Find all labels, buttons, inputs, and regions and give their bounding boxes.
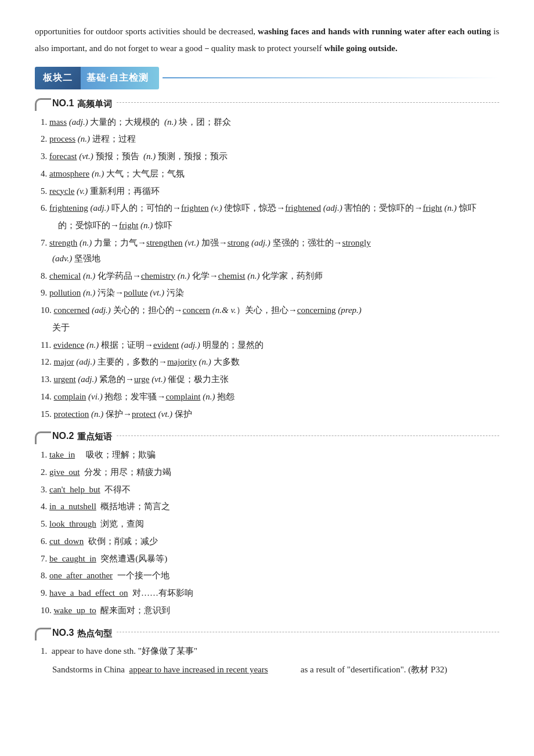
word-forecast: forecast <box>49 152 77 161</box>
word-majority: majority <box>167 357 197 366</box>
list-item: 4. in_a_nutshell 概括地讲；简言之 <box>41 499 499 515</box>
phrase-look-through: look_through <box>49 519 96 528</box>
list-item: 2. give_out 分发；用尽；精疲力竭 <box>41 465 499 481</box>
word-complain: complain <box>54 392 86 401</box>
word-strength: strength <box>49 238 77 247</box>
word-concerning: concerning <box>297 305 336 315</box>
no2-dots <box>117 435 499 436</box>
list-item: 13. urgent (adj.) 紧急的→urge (vt.) 催促；极力主张 <box>41 372 499 388</box>
word-strengthen: strengthen <box>146 238 182 247</box>
word-frighten: frighten <box>181 203 208 213</box>
word-chemistry: chemistry <box>141 271 175 280</box>
list-item: 10. concerned (adj.) 关心的；担心的→concern (n.… <box>41 303 499 319</box>
vocab-list-3: 11. evidence (n.) 根据；证明→evident (adj.) 明… <box>41 337 499 423</box>
word-protection: protection <box>54 409 89 419</box>
list-item: 2. process (n.) 进程；过程 <box>41 131 499 147</box>
list-item: 8. one_after_another 一个接一个地 <box>41 568 499 584</box>
no1-heading: NO.1 高频单词 <box>35 95 499 112</box>
list-item: 6. cut_down 砍倒；削减；减少 <box>41 534 499 550</box>
vocab-indent-adv: (adv.) 坚强地 <box>52 251 499 267</box>
word-frightening: frightening <box>49 203 88 213</box>
word-major: major <box>54 357 74 366</box>
no1-dots <box>117 102 499 103</box>
phrase-cut-down: cut_down <box>49 537 84 546</box>
list-item: 7. be_caught_in 突然遭遇(风暴等) <box>41 551 499 567</box>
no3-curve-icon <box>35 628 51 640</box>
vocab-list: 1. mass (adj.) 大量的；大规模的 (n.) 块，团；群众 2. p… <box>41 114 499 234</box>
sentence-example: Sandstorms in China appear to have incre… <box>52 662 499 678</box>
word-fright2: fright <box>119 221 138 230</box>
no1-label: NO.1 <box>52 95 74 112</box>
word-process: process <box>49 134 75 143</box>
list-item: 3. can't_help_but 不得不 <box>41 482 499 498</box>
list-item: 9. have_a_bad_effect_on 对……有坏影响 <box>41 585 499 602</box>
list-item: 7. strength (n.) 力量；力气→strengthen (vt.) … <box>41 235 499 251</box>
section-divider <box>163 77 499 78</box>
word-urgent: urgent <box>54 375 76 384</box>
word-concern: concern <box>183 305 210 315</box>
word-chemist: chemist <box>218 271 246 280</box>
no3-label: NO.3 <box>52 625 74 642</box>
no1-title: 高频单词 <box>77 96 112 111</box>
section-box2: 基础·自主检测 <box>81 67 159 89</box>
word-pollute: pollute <box>124 288 148 297</box>
sentence-underline: appear to have increased in recent years <box>129 665 268 674</box>
list-item: 6. frightening (adj.) 吓人的；可怕的→frighten (… <box>41 200 499 217</box>
vocab-indent-guanyu: 关于 <box>52 320 499 336</box>
list-item: 14. complain (vi.) 抱怨；发牢骚→complaint (n.)… <box>41 389 499 405</box>
word-mass: mass <box>49 117 67 127</box>
word-atmosphere: atmosphere <box>49 169 89 178</box>
list-item: 12. major (adj.) 主要的，多数的→majority (n.) 大… <box>41 354 499 370</box>
word-recycle: recycle <box>49 186 74 196</box>
no3-heading: NO.3 热点句型 <box>35 625 499 642</box>
intro-bold-phrase: washing faces and hands with running wat… <box>255 27 491 36</box>
list-item: 11. evidence (n.) 根据；证明→evident (adj.) 明… <box>41 337 499 354</box>
list-item: 5. recycle (v.) 重新利用；再循环 <box>41 183 499 200</box>
word-protect: protect <box>132 409 156 419</box>
no2-label: NO.2 <box>52 428 74 445</box>
vocab-indent: 的；受惊吓的→fright (n.) 惊吓 <box>58 218 499 234</box>
no2-title: 重点短语 <box>77 429 112 444</box>
intro-paragraph: opportunities for outdoor sports activit… <box>35 23 499 56</box>
no3-dots <box>117 632 499 632</box>
phrase-one-after-another: one_after_another <box>49 571 113 580</box>
no3-title: 热点句型 <box>77 625 112 641</box>
word-evident: evident <box>153 340 179 350</box>
word-complaint: complaint <box>165 392 200 401</box>
list-item: 8. chemical (n.) 化学药品→chemistry (n.) 化学→… <box>41 268 499 285</box>
list-item: 1. mass (adj.) 大量的；大规模的 (n.) 块，团；群众 <box>41 114 499 131</box>
word-evidence: evidence <box>53 340 84 350</box>
word-strong: strong <box>228 238 250 247</box>
word-frightened: frightened <box>285 203 321 213</box>
no2-heading: NO.2 重点短语 <box>35 428 499 445</box>
phrase-have-bad-effect: have_a_bad_effect_on <box>49 588 128 597</box>
word-urge: urge <box>134 375 149 384</box>
phrase-take-in: take_in <box>49 450 75 459</box>
list-item: 3. forecast (vt.) 预报；预告 (n.) 预测，预报；预示 <box>41 149 499 165</box>
no2-curve-icon <box>35 431 51 444</box>
phrase-in-a-nutshell: in_a_nutshell <box>49 502 96 511</box>
word-chemical: chemical <box>49 271 81 280</box>
section-header: 板块二 基础·自主检测 <box>35 67 499 89</box>
sentence-list: 1. appear to have done sth. "好像做了某事" <box>41 643 499 660</box>
no1-curve-icon <box>35 98 51 111</box>
intro-text-before-bold: opportunities for outdoor sports activit… <box>35 27 255 36</box>
word-pollution: pollution <box>49 288 81 297</box>
section-box1: 板块二 <box>35 67 81 89</box>
phrase-give-out: give_out <box>49 467 80 477</box>
list-item: 15. protection (n.) 保护→protect (vt.) 保护 <box>41 406 499 423</box>
list-item: 10. wake_up_to 醒来面对；意识到 <box>41 603 499 619</box>
phrase-be-caught-in: be_caught_in <box>49 554 96 563</box>
list-item: 9. pollution (n.) 污染→pollute (vt.) 污染 <box>41 285 499 301</box>
intro-bold-end: while going outside. <box>322 44 398 53</box>
phrase-cant-help-but: can't_help_but <box>49 485 100 494</box>
list-item: 4. atmosphere (n.) 大气；大气层；气氛 <box>41 166 499 182</box>
list-item: 5. look_through 浏览，查阅 <box>41 516 499 532</box>
word-strongly: strongly <box>342 238 371 247</box>
word-concerned: concerned <box>54 305 90 315</box>
vocab-list-2: 8. chemical (n.) 化学药品→chemistry (n.) 化学→… <box>41 268 499 319</box>
phrase-wake-up-to: wake_up_to <box>54 606 96 615</box>
phrase-list: 1. take_in 吸收；理解；欺骗 2. give_out 分发；用尽；精疲… <box>41 447 499 619</box>
word-fright: fright <box>423 203 442 213</box>
list-item: 1. appear to have done sth. "好像做了某事" <box>41 643 499 660</box>
